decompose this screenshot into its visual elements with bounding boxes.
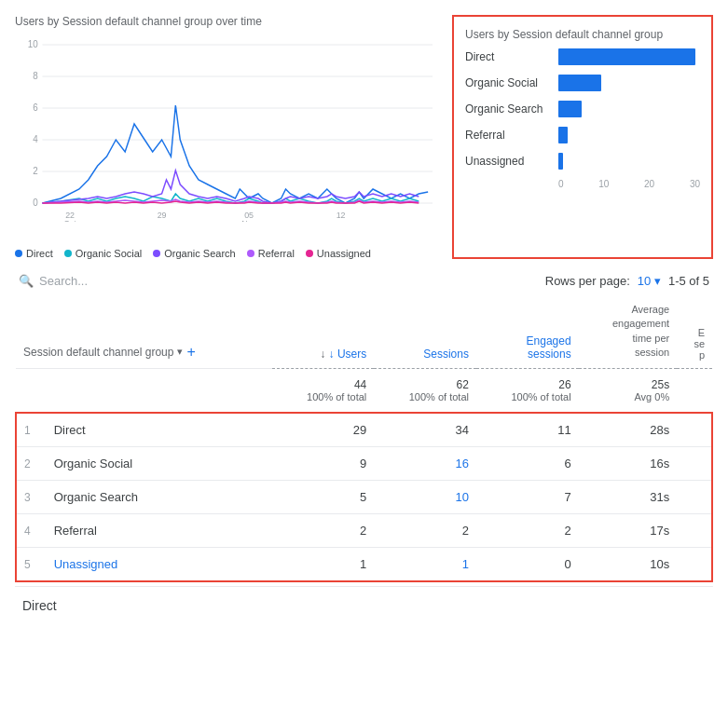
svg-text:Oct: Oct <box>63 219 76 222</box>
col-header-group-inner: Session default channel group ▾ + <box>23 344 265 361</box>
col-header-sessions: Sessions <box>374 295 476 368</box>
svg-text:10: 10 <box>28 39 38 49</box>
legend-dot-referral <box>247 250 254 257</box>
rows-per-page-value: 10 <box>638 274 651 288</box>
row-2-channel-cell: 2 Organic Social <box>16 446 272 480</box>
bottom-channel-name: Direct <box>22 598 57 613</box>
svg-text:12: 12 <box>337 211 346 220</box>
header-row: Session default channel group ▾ + ↓ ↓ Us… <box>16 295 712 368</box>
row-4-channel-cell: 4 Referral <box>16 513 272 547</box>
bar-chart-title: Users by Session default channel group <box>465 28 700 41</box>
col-header-group: Session default channel group ▾ + <box>16 295 272 368</box>
table-section: 🔍 Search... Rows per page: 10 ▾ 1-5 of 5… <box>15 274 713 582</box>
totals-label <box>16 368 272 413</box>
table-toolbar: 🔍 Search... Rows per page: 10 ▾ 1-5 of 5 <box>15 274 713 288</box>
pagination-controls: Rows per page: 10 ▾ 1-5 of 5 <box>545 274 709 288</box>
totals-row: 44 100% of total 62 100% of total 26 100… <box>16 368 712 413</box>
totals-avg-engagement: 25s Avg 0% <box>579 368 678 413</box>
legend-dot-organic-social <box>64 250 72 257</box>
totals-engaged: 26 100% of total <box>476 368 579 413</box>
search-icon: 🔍 <box>19 274 34 288</box>
axis-0: 0 <box>558 179 564 189</box>
legend-referral: Referral <box>247 248 295 259</box>
row-3-extra <box>677 480 712 513</box>
legend-dot-unassigned <box>306 250 313 257</box>
bar-fill-organic-search <box>558 101 582 117</box>
legend-dot-direct <box>15 250 22 257</box>
rows-per-page-select[interactable]: 10 ▾ <box>638 274 661 288</box>
totals-extra <box>677 368 712 413</box>
bar-fill-organic-social <box>558 75 601 91</box>
bar-track-unassigned <box>558 153 700 170</box>
line-chart-container: Users by Session default channel group o… <box>15 15 437 259</box>
row-5-sessions: 1 <box>374 547 476 581</box>
svg-text:29: 29 <box>158 211 167 220</box>
row-1-channel-name: Direct <box>54 423 86 437</box>
row-4-avg: 17s <box>579 513 678 547</box>
page-info: 1-5 of 5 <box>668 274 709 288</box>
line-chart-svg: 10 8 6 4 2 0 22 Oct 29 05 Nov 12 <box>15 35 437 222</box>
bar-fill-referral <box>558 127 568 143</box>
axis-20: 20 <box>644 179 654 189</box>
row-1-sessions: 34 <box>374 413 476 447</box>
legend-direct: Direct <box>15 248 53 259</box>
table-body: 44 100% of total 62 100% of total 26 100… <box>16 368 712 581</box>
bar-row-direct: Direct <box>465 48 700 65</box>
line-chart-wrap: 10 8 6 4 2 0 22 Oct 29 05 Nov 12 <box>15 35 437 240</box>
table-row: 4 Referral 2 2 2 17s <box>16 513 712 547</box>
search-box[interactable]: 🔍 Search... <box>19 274 88 288</box>
row-3-users: 5 <box>272 480 375 513</box>
row-4-sessions: 2 <box>374 513 476 547</box>
row-5-engaged: 0 <box>476 547 579 581</box>
row-4-engaged: 2 <box>476 513 579 547</box>
bar-fill-direct <box>558 48 695 65</box>
bar-chart-container: Users by Session default channel group D… <box>452 15 713 259</box>
legend-label-direct: Direct <box>26 248 53 259</box>
row-5-channel-name[interactable]: Unassigned <box>54 557 118 571</box>
legend-organic-search: Organic Search <box>153 248 235 259</box>
bar-row-organic-search: Organic Search <box>465 101 700 117</box>
row-1-channel-cell: 1 Direct <box>16 413 272 447</box>
svg-text:8: 8 <box>33 71 38 81</box>
legend-label-unassigned: Unassigned <box>317 248 371 259</box>
col-header-users: ↓ ↓ Users <box>272 295 375 368</box>
bar-chart-axis: 0 10 20 30 <box>465 179 700 189</box>
table-row: 3 Organic Search 5 10 7 31s <box>16 480 712 513</box>
col-group-label: Session default channel group <box>23 346 173 359</box>
bar-row-referral: Referral <box>465 127 700 143</box>
row-3-avg: 31s <box>579 480 678 513</box>
totals-sessions: 62 100% of total <box>374 368 476 413</box>
bar-row-unassigned: Unassigned <box>465 153 700 170</box>
svg-text:2: 2 <box>33 166 38 176</box>
row-2-engaged: 6 <box>476 446 579 480</box>
rows-dropdown-arrow[interactable]: ▾ <box>654 274 661 288</box>
axis-30: 30 <box>690 179 700 189</box>
table-row: 2 Organic Social 9 16 6 16s <box>16 446 712 480</box>
bar-track-direct <box>558 48 700 65</box>
row-1-engaged: 11 <box>476 413 579 447</box>
row-4-extra <box>677 513 712 547</box>
col-group-dropdown[interactable]: ▾ <box>177 346 183 358</box>
rows-per-page-label: Rows per page: <box>545 274 630 288</box>
col-group-add[interactable]: + <box>186 344 195 361</box>
legend-dot-organic-search <box>153 250 160 257</box>
axis-10: 10 <box>598 179 609 189</box>
sort-arrow: ↓ <box>320 348 328 361</box>
svg-text:0: 0 <box>33 198 38 208</box>
row-3-channel-name: Organic Search <box>54 490 138 504</box>
legend-label-organic-social: Organic Social <box>76 248 143 259</box>
row-3-sessions: 10 <box>374 480 476 513</box>
bar-label-referral: Referral <box>465 129 558 142</box>
row-3-channel-cell: 3 Organic Search <box>16 480 272 513</box>
row-1-extra <box>677 413 712 447</box>
search-placeholder[interactable]: Search... <box>39 274 88 288</box>
row-3-engaged: 7 <box>476 480 579 513</box>
row-5-channel-cell: 5 Unassigned <box>16 547 272 581</box>
legend-unassigned: Unassigned <box>306 248 371 259</box>
svg-text:6: 6 <box>33 102 38 113</box>
row-4-users: 2 <box>272 513 375 547</box>
row-5-extra <box>677 547 712 581</box>
row-1-users: 29 <box>272 413 375 447</box>
col-header-avg-engagement: Averageengagementtime persession <box>579 295 678 368</box>
bottom-direct-label: Direct <box>15 586 713 624</box>
